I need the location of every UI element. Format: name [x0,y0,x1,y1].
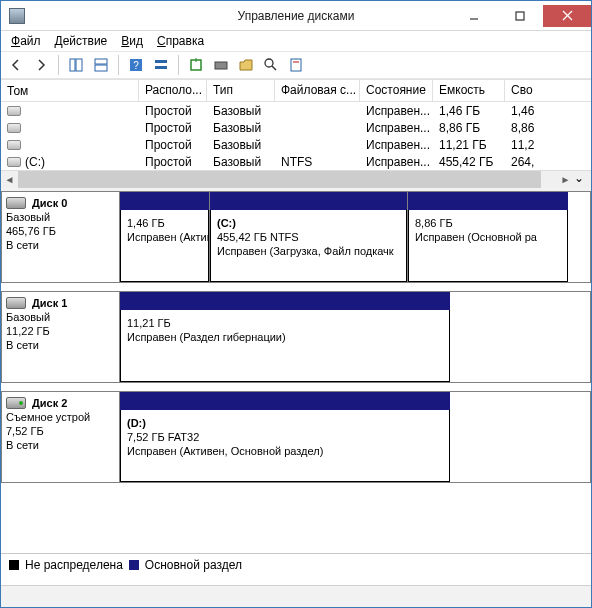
disk-size: 11,22 ГБ [6,324,115,338]
cell-type: Базовый [207,104,275,118]
cell-capacity: 1,46 ГБ [433,104,505,118]
volume-letter: (C:) [25,155,45,169]
disk-info[interactable]: Диск 2Съемное устрой7,52 ГБВ сети [1,391,119,483]
partition-header [210,192,407,210]
disk-online: В сети [6,338,115,352]
partition[interactable]: 1,46 ГБИсправен (Активен [120,192,210,282]
cell-layout: Простой [139,104,207,118]
horizontal-scrollbar[interactable]: ◄ ► ⌄ [1,170,591,187]
minimize-button[interactable] [451,5,497,27]
maximize-button[interactable] [497,5,543,27]
svg-rect-4 [70,59,75,71]
col-layout[interactable]: Располо... [139,80,207,101]
view-list-icon[interactable] [65,54,87,76]
cell-status: Исправен... [360,155,433,169]
legend-primary-label: Основной раздел [145,558,242,572]
disk-partitions: (D:)7,52 ГБ FAT32Исправен (Активен, Осно… [119,391,591,483]
svg-point-14 [265,59,273,67]
disk-info[interactable]: Диск 0Базовый465,76 ГБВ сети [1,191,119,283]
cell-fs: NTFS [275,155,360,169]
svg-rect-13 [215,62,227,69]
toolbar: ? [1,51,591,79]
scroll-track[interactable] [18,171,557,188]
cell-layout: Простой [139,138,207,152]
refresh-icon[interactable] [185,54,207,76]
col-capacity[interactable]: Емкость [433,80,505,101]
col-free[interactable]: Сво [505,80,563,101]
help-icon[interactable]: ? [125,54,147,76]
legend-unallocated-label: Не распределена [25,558,123,572]
partition[interactable]: (C:)455,42 ГБ NTFSИсправен (Загрузка, Фа… [210,192,408,282]
cell-status: Исправен... [360,121,433,135]
content-area: Том Располо... Тип Файловая с... Состоян… [1,79,591,585]
titlebar: Управление дисками [1,1,591,31]
legend-swatch-primary [129,560,139,570]
volume-icon [7,106,21,116]
col-status[interactable]: Состояние [360,80,433,101]
svg-rect-1 [516,12,524,20]
scroll-left-button[interactable]: ◄ [1,171,18,188]
partition[interactable]: (D:)7,52 ГБ FAT32Исправен (Активен, Осно… [120,392,450,482]
volume-row[interactable]: ПростойБазовыйИсправен...11,21 ГБ11,2 [1,136,591,153]
svg-rect-17 [293,61,299,63]
svg-line-15 [272,66,276,70]
back-button[interactable] [5,54,27,76]
cell-status: Исправен... [360,138,433,152]
disk-icon [6,197,26,209]
partition-header [408,192,568,210]
partition-body: (D:)7,52 ГБ FAT32Исправен (Активен, Осно… [120,410,450,482]
cell-free: 11,2 [505,138,563,152]
cell-layout: Простой [139,155,207,169]
disk-title: Диск 2 [6,396,115,410]
cell-free: 1,46 [505,104,563,118]
cell-capacity: 455,42 ГБ [433,155,505,169]
svg-rect-6 [95,59,107,64]
legend: Не распределена Основной раздел [1,553,591,575]
disk-info[interactable]: Диск 1Базовый11,22 ГБВ сети [1,291,119,383]
view-detail-icon[interactable] [90,54,112,76]
col-type[interactable]: Тип [207,80,275,101]
disk-icon [6,397,26,409]
statusbar [1,585,591,607]
col-filesystem[interactable]: Файловая с... [275,80,360,101]
volume-row[interactable]: (C:)ПростойБазовыйNTFSИсправен...455,42 … [1,153,591,170]
disk-size: 7,52 ГБ [6,424,115,438]
partition-header [120,292,450,310]
disk-row: Диск 1Базовый11,22 ГБВ сети11,21 ГБИспра… [1,291,591,383]
partition-body: 8,86 ГБИсправен (Основной ра [408,210,568,282]
volume-list-header: Том Располо... Тип Файловая с... Состоян… [1,79,591,102]
menu-file[interactable]: Файл [5,32,47,50]
col-volume[interactable]: Том [1,80,139,101]
disk-partitions: 11,21 ГБИсправен (Раздел гибернации) [119,291,591,383]
disk-row: Диск 0Базовый465,76 ГБВ сети1,46 ГБИспра… [1,191,591,283]
cell-free: 264, [505,155,563,169]
toolbar-separator [58,55,59,75]
partition-body: 1,46 ГБИсправен (Активен [120,210,209,282]
svg-rect-5 [76,59,82,71]
scroll-right-button[interactable]: ► [557,171,574,188]
partition[interactable]: 8,86 ГБИсправен (Основной ра [408,192,568,282]
scroll-thumb[interactable] [18,171,541,188]
volume-row[interactable]: ПростойБазовыйИсправен...1,46 ГБ1,46 [1,102,591,119]
menu-help[interactable]: Справка [151,32,210,50]
menu-action[interactable]: Действие [49,32,114,50]
settings-icon[interactable] [260,54,282,76]
disk-title: Диск 0 [6,196,115,210]
cell-capacity: 11,21 ГБ [433,138,505,152]
svg-rect-16 [291,59,301,71]
properties-icon[interactable] [285,54,307,76]
forward-button[interactable] [30,54,52,76]
volume-row[interactable]: ПростойБазовыйИсправен...8,86 ГБ8,86 [1,119,591,136]
svg-rect-7 [95,65,107,71]
cell-layout: Простой [139,121,207,135]
volume-icon [7,157,21,167]
rescan-icon[interactable] [210,54,232,76]
show-hide-icon[interactable] [150,54,172,76]
close-button[interactable] [543,5,591,27]
open-folder-icon[interactable] [235,54,257,76]
cell-free: 8,86 [505,121,563,135]
partition-header [120,192,209,210]
menu-view[interactable]: Вид [115,32,149,50]
cell-type: Базовый [207,121,275,135]
partition[interactable]: 11,21 ГБИсправен (Раздел гибернации) [120,292,450,382]
